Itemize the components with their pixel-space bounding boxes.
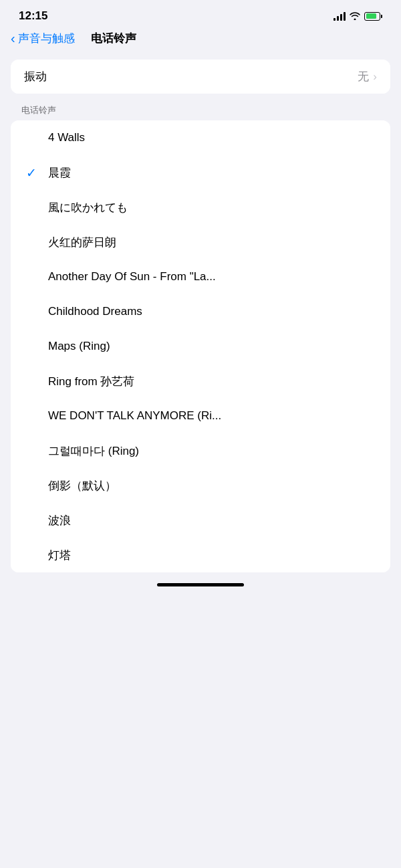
back-button[interactable]: ‹ 声音与触感 (11, 31, 75, 46)
ringtone-name: 風に吹かれても (48, 200, 377, 215)
ringtone-name: Ring from 孙艺荷 (48, 374, 377, 389)
vibration-row[interactable]: 振动 无 › (11, 60, 390, 94)
home-indicator (157, 583, 244, 586)
status-time: 12:15 (19, 9, 47, 23)
ringtone-row[interactable]: 倒影（默认） (11, 468, 390, 503)
ringtone-row[interactable]: 그럴때마다 (Ring) (11, 433, 390, 468)
vibration-chevron-icon: › (373, 70, 377, 84)
back-label: 声音与触感 (18, 31, 75, 46)
ringtone-row[interactable]: ✓晨霞 (11, 155, 390, 190)
checkmark-icon: ✓ (24, 165, 39, 181)
ringtone-name: 晨霞 (48, 165, 377, 181)
signal-icon (333, 11, 346, 21)
ringtone-row[interactable]: 火红的萨日朗 (11, 225, 390, 259)
ringtone-row[interactable]: 風に吹かれても (11, 190, 390, 225)
ringtone-name: Childhood Dreams (48, 305, 377, 318)
section-label: 电话铃声 (0, 104, 401, 120)
wifi-icon (350, 12, 360, 20)
ringtone-row[interactable]: Ring from 孙艺荷 (11, 364, 390, 399)
ringtone-name: 그럴때마다 (Ring) (48, 443, 377, 459)
ringtone-row[interactable]: WE DON'T TALK ANYMORE (Ri... (11, 399, 390, 433)
ringtone-list: 4 Walls✓晨霞風に吹かれても火红的萨日朗Another Day Of Su… (11, 120, 390, 572)
ringtone-name: 灯塔 (48, 548, 377, 563)
page-title: 电话铃声 (91, 31, 136, 46)
ringtone-name: 波浪 (48, 513, 377, 528)
ringtone-row[interactable]: Another Day Of Sun - From "La... (11, 259, 390, 294)
ringtone-name: 倒影（默认） (48, 478, 377, 494)
ringtone-row[interactable]: 灯塔 (11, 538, 390, 572)
vibration-value: 无 (358, 69, 369, 84)
nav-bar: ‹ 声音与触感 电话铃声 (0, 28, 401, 54)
ringtone-row[interactable]: 4 Walls (11, 120, 390, 155)
battery-icon (364, 12, 382, 21)
vibration-label: 振动 (24, 69, 358, 84)
ringtone-name: Another Day Of Sun - From "La... (48, 270, 377, 284)
ringtone-section: 电话铃声 4 Walls✓晨霞風に吹かれても火红的萨日朗Another Day … (0, 104, 401, 572)
ringtone-name: WE DON'T TALK ANYMORE (Ri... (48, 409, 377, 423)
ringtone-row[interactable]: Maps (Ring) (11, 329, 390, 364)
status-bar: 12:15 (0, 0, 401, 28)
ringtone-name: Maps (Ring) (48, 340, 377, 353)
vibration-card: 振动 无 › (11, 60, 390, 94)
ringtone-name: 4 Walls (48, 131, 377, 144)
status-icons (333, 11, 382, 21)
ringtone-row[interactable]: Childhood Dreams (11, 294, 390, 329)
back-chevron-icon: ‹ (11, 31, 15, 45)
ringtone-name: 火红的萨日朗 (48, 235, 377, 250)
ringtone-row[interactable]: 波浪 (11, 503, 390, 538)
